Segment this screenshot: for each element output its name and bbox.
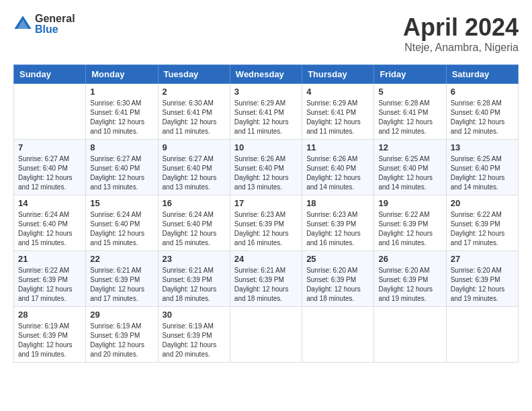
day-info: Sunrise: 6:19 AMSunset: 6:39 PMDaylight:… [163, 322, 226, 359]
day-number: 11 [306, 142, 369, 152]
day-info: Sunrise: 6:30 AMSunset: 6:41 PMDaylight:… [90, 99, 153, 136]
calendar-cell: 17Sunrise: 6:23 AMSunset: 6:39 PMDayligh… [230, 195, 302, 251]
day-info: Sunrise: 6:21 AMSunset: 6:39 PMDaylight:… [90, 266, 153, 304]
day-info: Sunrise: 6:28 AMSunset: 6:41 PMDaylight:… [378, 99, 441, 136]
calendar-cell: 30Sunrise: 6:19 AMSunset: 6:39 PMDayligh… [158, 307, 230, 363]
day-info: Sunrise: 6:23 AMSunset: 6:39 PMDaylight:… [306, 210, 369, 248]
calendar-cell: 22Sunrise: 6:21 AMSunset: 6:39 PMDayligh… [86, 251, 158, 307]
calendar-cell: 6Sunrise: 6:28 AMSunset: 6:40 PMDaylight… [446, 84, 518, 140]
day-info: Sunrise: 6:20 AMSunset: 6:39 PMDaylight:… [451, 266, 514, 304]
day-info: Sunrise: 6:21 AMSunset: 6:39 PMDaylight:… [234, 266, 298, 304]
day-info: Sunrise: 6:25 AMSunset: 6:40 PMDaylight:… [451, 154, 514, 192]
day-number: 9 [163, 142, 226, 152]
calendar-cell: 8Sunrise: 6:27 AMSunset: 6:40 PMDaylight… [86, 140, 158, 195]
calendar-cell: 28Sunrise: 6:19 AMSunset: 6:39 PMDayligh… [14, 307, 86, 363]
day-number: 1 [90, 87, 153, 97]
calendar-cell: 9Sunrise: 6:27 AMSunset: 6:40 PMDaylight… [158, 140, 230, 195]
day-number: 12 [378, 142, 441, 152]
day-number: 15 [90, 198, 153, 208]
day-info: Sunrise: 6:29 AMSunset: 6:41 PMDaylight:… [234, 99, 298, 136]
calendar-cell: 14Sunrise: 6:24 AMSunset: 6:40 PMDayligh… [14, 195, 86, 251]
day-number: 23 [163, 254, 226, 264]
day-number: 8 [90, 142, 153, 152]
day-number: 24 [234, 254, 298, 264]
day-number: 4 [306, 87, 369, 97]
calendar-week-5: 28Sunrise: 6:19 AMSunset: 6:39 PMDayligh… [14, 307, 519, 363]
calendar-cell: 5Sunrise: 6:28 AMSunset: 6:41 PMDaylight… [374, 84, 446, 140]
day-number: 20 [451, 198, 514, 208]
day-number: 2 [163, 87, 226, 97]
calendar-week-1: 1Sunrise: 6:30 AMSunset: 6:41 PMDaylight… [14, 84, 519, 140]
day-number: 30 [163, 310, 226, 320]
day-info: Sunrise: 6:26 AMSunset: 6:40 PMDaylight:… [306, 154, 369, 192]
day-info: Sunrise: 6:26 AMSunset: 6:40 PMDaylight:… [234, 154, 298, 192]
calendar-cell: 13Sunrise: 6:25 AMSunset: 6:40 PMDayligh… [446, 140, 518, 195]
logo-text: General Blue [35, 13, 75, 35]
calendar-cell: 2Sunrise: 6:30 AMSunset: 6:41 PMDaylight… [158, 84, 230, 140]
day-info: Sunrise: 6:20 AMSunset: 6:39 PMDaylight:… [306, 266, 369, 304]
day-number: 5 [378, 87, 441, 97]
calendar-cell [374, 307, 446, 363]
calendar-cell: 15Sunrise: 6:24 AMSunset: 6:40 PMDayligh… [86, 195, 158, 251]
calendar-cell: 18Sunrise: 6:23 AMSunset: 6:39 PMDayligh… [302, 195, 374, 251]
calendar-cell: 16Sunrise: 6:24 AMSunset: 6:40 PMDayligh… [158, 195, 230, 251]
calendar-cell: 20Sunrise: 6:22 AMSunset: 6:39 PMDayligh… [446, 195, 518, 251]
day-info: Sunrise: 6:24 AMSunset: 6:40 PMDaylight:… [18, 210, 81, 248]
calendar-cell: 7Sunrise: 6:27 AMSunset: 6:40 PMDaylight… [14, 140, 86, 195]
calendar-cell [14, 84, 86, 140]
day-info: Sunrise: 6:23 AMSunset: 6:39 PMDaylight:… [234, 210, 298, 248]
day-info: Sunrise: 6:29 AMSunset: 6:41 PMDaylight:… [306, 99, 369, 136]
day-info: Sunrise: 6:20 AMSunset: 6:39 PMDaylight:… [378, 266, 441, 304]
calendar-cell: 26Sunrise: 6:20 AMSunset: 6:39 PMDayligh… [374, 251, 446, 307]
day-number: 7 [18, 142, 81, 152]
day-info: Sunrise: 6:28 AMSunset: 6:40 PMDaylight:… [451, 99, 514, 136]
main-title: April 2024 [403, 13, 519, 42]
day-number: 6 [451, 87, 514, 97]
calendar-week-2: 7Sunrise: 6:27 AMSunset: 6:40 PMDaylight… [14, 140, 519, 195]
day-number: 13 [451, 142, 514, 152]
calendar-header-friday: Friday [374, 65, 446, 84]
day-number: 26 [378, 254, 441, 264]
day-info: Sunrise: 6:24 AMSunset: 6:40 PMDaylight:… [163, 210, 226, 248]
day-number: 10 [234, 142, 298, 152]
calendar-cell: 29Sunrise: 6:19 AMSunset: 6:39 PMDayligh… [86, 307, 158, 363]
calendar-cell: 25Sunrise: 6:20 AMSunset: 6:39 PMDayligh… [302, 251, 374, 307]
day-info: Sunrise: 6:22 AMSunset: 6:39 PMDaylight:… [378, 210, 441, 248]
calendar-table: SundayMondayTuesdayWednesdayThursdayFrid… [13, 64, 519, 363]
subtitle: Nteje, Anambra, Nigeria [403, 42, 519, 54]
calendar-body: 1Sunrise: 6:30 AMSunset: 6:41 PMDaylight… [14, 84, 519, 363]
day-info: Sunrise: 6:30 AMSunset: 6:41 PMDaylight:… [163, 99, 226, 136]
day-number: 14 [18, 198, 81, 208]
calendar-header-tuesday: Tuesday [158, 65, 230, 84]
day-info: Sunrise: 6:24 AMSunset: 6:40 PMDaylight:… [90, 210, 153, 248]
day-info: Sunrise: 6:19 AMSunset: 6:39 PMDaylight:… [90, 322, 153, 359]
calendar-cell: 21Sunrise: 6:22 AMSunset: 6:39 PMDayligh… [14, 251, 86, 307]
day-number: 29 [90, 310, 153, 320]
day-info: Sunrise: 6:22 AMSunset: 6:39 PMDaylight:… [451, 210, 514, 248]
logo-icon [13, 15, 32, 34]
day-number: 19 [378, 198, 441, 208]
calendar-header-saturday: Saturday [446, 65, 518, 84]
calendar-header-thursday: Thursday [302, 65, 374, 84]
day-info: Sunrise: 6:27 AMSunset: 6:40 PMDaylight:… [163, 154, 226, 192]
day-number: 25 [306, 254, 369, 264]
day-number: 22 [90, 254, 153, 264]
day-number: 16 [163, 198, 226, 208]
calendar-cell: 12Sunrise: 6:25 AMSunset: 6:40 PMDayligh… [374, 140, 446, 195]
calendar-header-wednesday: Wednesday [230, 65, 302, 84]
calendar-header-row: SundayMondayTuesdayWednesdayThursdayFrid… [14, 65, 519, 84]
day-info: Sunrise: 6:22 AMSunset: 6:39 PMDaylight:… [18, 266, 81, 304]
day-number: 28 [18, 310, 81, 320]
day-number: 27 [451, 254, 514, 264]
calendar-cell [446, 307, 518, 363]
calendar-header-monday: Monday [86, 65, 158, 84]
day-info: Sunrise: 6:25 AMSunset: 6:40 PMDaylight:… [378, 154, 441, 192]
day-number: 21 [18, 254, 81, 264]
calendar-cell: 24Sunrise: 6:21 AMSunset: 6:39 PMDayligh… [230, 251, 302, 307]
day-number: 18 [306, 198, 369, 208]
calendar-cell: 23Sunrise: 6:21 AMSunset: 6:39 PMDayligh… [158, 251, 230, 307]
logo: General Blue [13, 13, 75, 35]
calendar-cell: 4Sunrise: 6:29 AMSunset: 6:41 PMDaylight… [302, 84, 374, 140]
logo-blue: Blue [35, 24, 75, 35]
calendar-cell [302, 307, 374, 363]
